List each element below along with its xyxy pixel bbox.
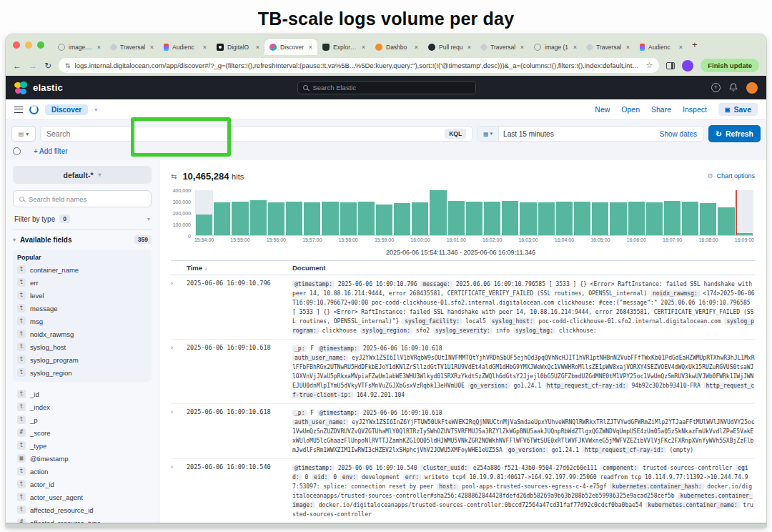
field-badge[interactable]: kubernetes.container_name: [645,502,739,508]
saved-query-icon[interactable] [13,147,21,155]
share-button[interactable]: Share [651,105,671,114]
table-row[interactable]: ›2025-06-06 16:09:10.618_p: F @timestamp… [171,340,755,404]
tab-close-icon[interactable]: × [520,44,524,51]
tab-close-icon[interactable]: × [679,44,683,51]
new-button[interactable]: New [595,105,610,114]
browser-tab[interactable]: Explore c× [317,39,370,55]
minimize-window-icon[interactable] [25,41,32,49]
field-badge[interactable]: go_version: [468,383,510,389]
sidebar-field-item[interactable]: tactor_id [17,478,147,491]
sidebar-field-item[interactable]: t_index [17,400,147,413]
row-expand-icon[interactable]: › [171,463,187,519]
calendar-icon[interactable]: ▦▾ [477,127,499,141]
bookmark-star-icon[interactable]: ☆ [645,61,653,70]
close-window-icon[interactable] [13,41,20,49]
field-badge[interactable]: host: [437,483,458,490]
tab-close-icon[interactable]: × [362,44,365,51]
browser-tab[interactable]: Pull requ× [423,39,476,55]
time-column-header[interactable]: Time ↓ [187,264,292,272]
user-avatar[interactable] [746,82,758,94]
chart-options-link[interactable]: ⚙Chart options [707,172,755,179]
finish-update-button[interactable]: Finish update [701,59,759,72]
browser-profile-avatar[interactable] [682,60,693,72]
field-badge[interactable]: @timestamp: [317,345,360,352]
filter-sets-button[interactable]: ▤▾ [11,126,36,142]
row-expand-icon[interactable]: › [171,280,187,335]
browser-tab[interactable]: Traversal× [106,39,159,55]
sidebar-field-item[interactable]: #affected_resource_type [17,516,147,523]
sidebar-field-item[interactable]: tactor_user_agent [17,491,147,503]
maximize-window-icon[interactable] [37,41,44,49]
field-badge[interactable]: kubernetes.container_hash: [610,483,703,490]
tab-close-icon[interactable]: × [467,44,471,51]
browser-tab[interactable]: Traversal× [582,39,635,55]
inspect-button[interactable]: Inspect [683,105,707,114]
field-badge[interactable]: syslog_host: [490,318,535,325]
back-icon[interactable]: ← [13,61,21,71]
new-tab-button[interactable]: + [692,39,698,50]
field-badge[interactable]: cluster_uuid: [420,465,470,471]
filter-by-type[interactable]: Filter by type 0 ▾ [13,215,152,230]
index-pattern-select[interactable]: default-* ▾ [13,166,152,184]
field-badge[interactable]: @timestamp: [292,465,335,471]
sidebar-field-item[interactable]: tmessage [17,302,147,315]
recent-items-icon[interactable] [29,105,39,114]
field-badge[interactable]: syslog_tag: [513,327,555,334]
field-badge[interactable]: syslog_severity: [433,327,493,334]
nav-menu-icon[interactable] [14,107,23,113]
sidebar-field-item[interactable]: tlevel [17,289,147,302]
sidebar-field-item[interactable]: t_type [17,439,147,452]
global-search-input[interactable]: Search Elastic [297,81,476,94]
field-badge[interactable]: syslog_region: [360,327,412,334]
tab-close-icon[interactable]: × [150,44,154,51]
field-badge[interactable]: @timestamp: [292,281,335,287]
show-dates-link[interactable]: Show dates [660,130,703,138]
sidebar-field-item[interactable]: tsyslog_host [17,340,147,353]
save-button[interactable]: ▣Save [718,103,758,116]
site-settings-icon[interactable]: ⇅ [65,62,71,69]
sidebar-field-item[interactable]: tnoidx_rawmsg [17,327,147,340]
field-badge[interactable]: err: [403,474,421,481]
url-field[interactable]: ⇅ logs.internal.digitalocean.com/app/dis… [59,58,659,73]
sidebar-field-item[interactable]: tcontainer_name [17,263,147,276]
field-badge[interactable]: _p: [292,345,307,352]
sidebar-field-item[interactable]: tmsg [17,315,147,327]
elastic-logo-icon[interactable] [14,82,27,94]
tab-close-icon[interactable]: × [415,44,418,51]
field-badge[interactable]: egid: [292,465,748,481]
browser-tab[interactable]: image (1× [529,39,582,55]
field-badge[interactable]: message: [420,281,452,287]
field-badge[interactable]: auth_user_name: [292,355,348,361]
browser-tab[interactable]: DigitalO× [212,39,264,55]
table-row[interactable]: ›2025-06-06 16:09:10.796@timestamp: 2025… [171,275,755,340]
browser-tab[interactable]: image.pn× [53,39,106,55]
field-badge[interactable]: _p: [292,410,307,416]
kql-search-input[interactable]: Search KQL [40,126,472,142]
row-expand-icon[interactable]: › [171,408,187,455]
sidebar-field-item[interactable]: terr [17,276,147,289]
tab-close-icon[interactable]: × [256,44,259,51]
sidebar-field-item[interactable]: tsyslog_region [17,366,147,379]
table-row[interactable]: ›2025-06-06 16:09:10.540@timestamp: 2025… [171,459,755,523]
tab-close-icon[interactable]: × [309,44,312,51]
browser-tab[interactable]: Dashbo× [370,39,423,55]
browser-tab[interactable]: Audienc× [635,39,688,55]
reload-icon[interactable]: ↻ [44,61,51,71]
sidebar-field-item[interactable]: taction [17,465,147,478]
tab-close-icon[interactable]: × [573,44,577,51]
forward-icon[interactable]: → [29,61,37,71]
sidebar-field-item[interactable]: #_score [17,426,147,439]
sidebar-field-item[interactable]: t_p [17,413,147,426]
tab-close-icon[interactable]: × [203,44,207,51]
side-panel-icon[interactable] [666,62,675,69]
browser-tab[interactable]: Discover× [264,39,317,55]
field-badge[interactable]: http_request_cf-true-client-ip: [292,383,754,398]
refresh-button[interactable]: ↻Refresh [708,125,761,142]
add-integration-icon[interactable]: + [711,83,721,92]
field-badge[interactable]: http_request_cf-ray-id: [545,383,628,389]
notifications-bell-icon[interactable] [729,83,738,92]
time-range-value[interactable]: Last 15 minutes [503,130,554,138]
field-search-input[interactable]: Search field names [13,190,152,207]
field-badge[interactable]: go_version: [506,447,548,453]
chevron-down-icon[interactable]: ▾ [94,107,97,113]
